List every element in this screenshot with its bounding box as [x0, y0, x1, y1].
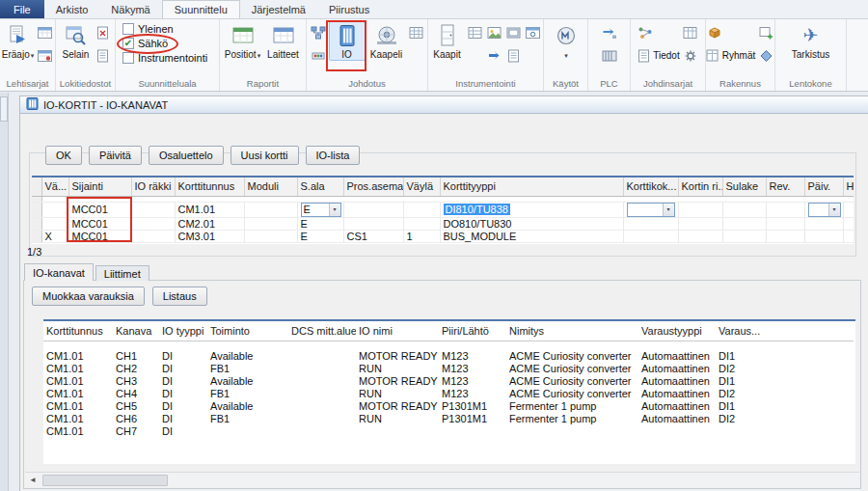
- channel-row[interactable]: CM1.01CH6DIFB1RUNP1301M1Fermenter 1 pump…: [43, 413, 854, 425]
- checkbox-instrumentointi[interactable]: Instrumentointi: [117, 50, 218, 65]
- listaus-button[interactable]: Listaus: [152, 286, 207, 306]
- paiv-combo[interactable]: ▾: [808, 203, 841, 217]
- laitteet-button[interactable]: Laitteet: [264, 21, 303, 61]
- tab-liittimet[interactable]: Liittimet: [95, 265, 149, 281]
- document-icon[interactable]: [505, 48, 523, 63]
- card-row-1[interactable]: MCC01 CM1.01 E▾ DI810/TU838 ▾ ▾: [32, 202, 854, 217]
- ryhmat-button[interactable]: Ryhmät: [706, 48, 755, 63]
- col-header[interactable]: Varaus...: [716, 321, 854, 341]
- window-title-bar[interactable]: IO-KORTIT - IO-KANAVAT: [20, 96, 868, 114]
- col-header[interactable]: Varaustyyppi: [638, 321, 716, 341]
- col-header[interactable]: Korttikok...: [623, 177, 678, 196]
- card-row-2[interactable]: MCC01 CM2.01 E DO810/TU830: [32, 217, 854, 230]
- col-header[interactable]: Korttitunnus: [43, 321, 113, 341]
- tab-file[interactable]: File: [0, 0, 44, 18]
- table-icon[interactable]: [682, 25, 699, 40]
- col-header[interactable]: Sulake: [722, 177, 766, 196]
- col-header[interactable]: Vä...: [41, 177, 68, 196]
- tab-io-kanavat[interactable]: IO-kanavat: [24, 263, 94, 281]
- log-file-icon[interactable]: [95, 48, 112, 63]
- grid-list-icon[interactable]: [467, 25, 484, 40]
- ok-button[interactable]: OK: [45, 146, 82, 165]
- kaytot-button[interactable]: ▾: [549, 21, 583, 62]
- checkbox-box[interactable]: [122, 52, 134, 64]
- kaapeli-button[interactable]: Kaapeli: [367, 21, 406, 61]
- col-header[interactable]: Sijainti: [68, 177, 131, 196]
- col-header[interactable]: Väylä: [403, 177, 440, 196]
- io-lista-button[interactable]: IO-lista: [306, 146, 361, 165]
- korttikoko-combo[interactable]: ▾: [627, 203, 675, 217]
- scrollbar-thumb[interactable]: [42, 475, 168, 486]
- dropdown-arrow-icon[interactable]: ▾: [663, 204, 674, 216]
- cable-list-icon[interactable]: [408, 25, 425, 40]
- tab-piirustus[interactable]: Piirustus: [317, 0, 381, 18]
- export-icon[interactable]: [486, 48, 503, 63]
- osaluettelo-button[interactable]: Osaluettelo: [149, 146, 224, 165]
- horizontal-scrollbar[interactable]: ◄: [25, 472, 859, 487]
- col-header[interactable]: Hu...: [843, 177, 854, 196]
- channel-row[interactable]: CM1.01CH2DIFB1RUNM123ACME Curiosity conv…: [43, 363, 854, 375]
- col-header[interactable]: IO tyyppi: [159, 321, 207, 341]
- uusi-kortti-button[interactable]: Uusi kortti: [231, 146, 299, 165]
- scroll-left-icon[interactable]: ◄: [25, 473, 41, 487]
- row-selector[interactable]: [32, 217, 41, 230]
- row-selector[interactable]: [32, 230, 41, 242]
- col-header[interactable]: Pros.asema: [343, 177, 403, 196]
- selected-card-type-cell[interactable]: DI810/TU838: [444, 204, 510, 215]
- col-header[interactable]: Päiv.: [804, 177, 843, 196]
- tarkistus-button[interactable]: ✈ Tarkistus: [788, 21, 834, 61]
- selain-button[interactable]: Selain: [60, 21, 93, 61]
- channel-row[interactable]: CM1.01CH3DIAvailableMOTOR READYM123ACME …: [43, 375, 854, 388]
- kaapit-button[interactable]: Kaapit: [430, 21, 465, 61]
- log-delete-icon[interactable]: [95, 25, 112, 40]
- tiedot-button[interactable]: Tiedot: [637, 48, 679, 63]
- channel-row[interactable]: CM1.01CH5DIAvailableMOTOR READYP1301M1Fe…: [43, 400, 854, 413]
- channel-row[interactable]: CM1.01CH7DI: [43, 425, 854, 438]
- slide-icon[interactable]: [505, 25, 523, 40]
- docked-panel-strip[interactable]: [0, 93, 9, 491]
- col-header[interactable]: Rev.: [766, 177, 804, 196]
- channel-row[interactable]: CM1.01CH4DIFB1RUNM123ACME Curiosity conv…: [43, 388, 854, 400]
- col-header[interactable]: Kortin ri...: [678, 177, 722, 196]
- dropdown-arrow-icon[interactable]: ▾: [828, 204, 840, 216]
- tab-arkisto[interactable]: Arkisto: [44, 0, 100, 18]
- col-header[interactable]: Kanava: [113, 321, 159, 341]
- gear-icon[interactable]: [682, 48, 699, 63]
- col-header[interactable]: DCS mitt.alue: [288, 321, 356, 341]
- channel-row[interactable]: CM1.01CH1DIAvailableMOTOR READYM123ACME …: [43, 350, 854, 363]
- sheet-report-icon[interactable]: [37, 25, 54, 40]
- col-header[interactable]: S.ala: [297, 177, 343, 196]
- checkbox-yleinen[interactable]: Yleinen: [117, 21, 218, 36]
- dropdown-arrow-icon[interactable]: ▾: [329, 204, 340, 216]
- col-header[interactable]: Korttitunnus: [175, 177, 244, 196]
- row-selector[interactable]: [32, 202, 41, 217]
- checkbox-sahko[interactable]: ✔ Sähkö: [117, 36, 218, 50]
- checkbox-box[interactable]: [122, 23, 134, 35]
- io-button[interactable]: IO: [329, 21, 366, 61]
- card-row-3[interactable]: X MCC01 CM3.01 E CS1 1 BUS_MODULE: [32, 230, 854, 242]
- plc-rack-icon[interactable]: [601, 48, 618, 63]
- group-cube-icon[interactable]: [706, 25, 723, 40]
- sala-combo[interactable]: E▾: [301, 203, 341, 217]
- image-icon[interactable]: [486, 25, 503, 40]
- add-grid-icon[interactable]: [757, 25, 774, 40]
- plc-import-icon[interactable]: [601, 25, 618, 40]
- tab-jarjestelma[interactable]: Järjestelmä: [240, 0, 317, 18]
- wiring-diagram-icon[interactable]: [310, 25, 327, 40]
- col-header[interactable]: Moduli: [244, 177, 297, 196]
- col-header[interactable]: Nimitys: [506, 321, 638, 341]
- positiot-button[interactable]: Positiot▾: [224, 21, 262, 62]
- docked-panel-tab[interactable]: [0, 96, 8, 122]
- col-header[interactable]: Toiminto: [207, 321, 288, 341]
- muokkaa-varauksia-button[interactable]: Muokkaa varauksia: [32, 286, 145, 306]
- tab-nakyma[interactable]: Näkymä: [99, 0, 161, 18]
- sheet-report-marked-icon[interactable]: [37, 48, 54, 63]
- checkbox-box[interactable]: ✔: [122, 38, 134, 49]
- instrument-sheet-icon[interactable]: [525, 25, 542, 40]
- col-header[interactable]: IO nimi: [356, 321, 439, 341]
- diamond-icon[interactable]: [757, 48, 774, 63]
- col-header[interactable]: Korttityyppi: [440, 177, 623, 196]
- col-header[interactable]: IO räkki: [131, 177, 175, 196]
- col-header[interactable]: Piiri/Lähtö: [439, 321, 506, 341]
- tab-suunnittelu[interactable]: Suunnittelu: [162, 0, 240, 18]
